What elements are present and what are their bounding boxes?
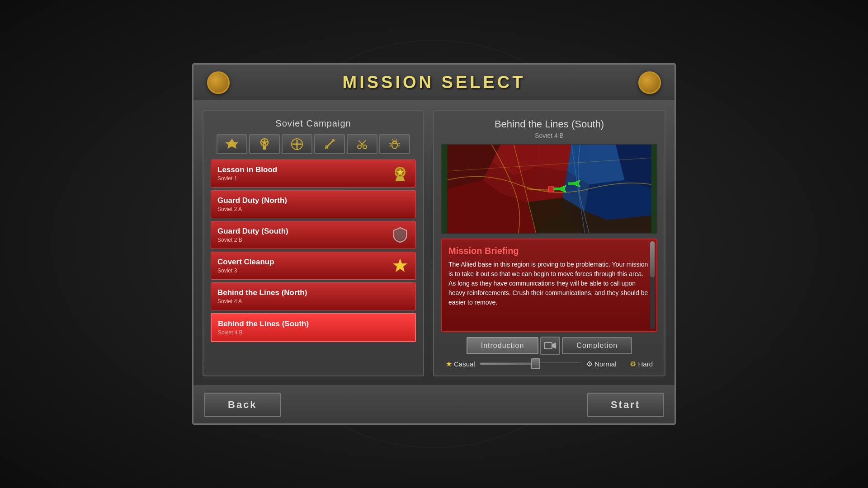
mission-name-soviet-4a: Behind the Lines (North) — [217, 288, 307, 297]
mission-badge-soviet-3 — [391, 257, 409, 275]
mission-item-soviet-3[interactable]: Covert Cleanup Soviet 3 — [211, 252, 416, 280]
video-camera-icon[interactable] — [540, 337, 560, 355]
main-panel: MISSION SELECT Soviet Campaign — [192, 63, 676, 425]
svg-rect-47 — [544, 343, 552, 349]
mission-name-soviet-1: Lesson in Blood — [217, 165, 277, 174]
mission-sub-soviet-2a: Soviet 2 A — [217, 206, 287, 212]
start-button[interactable]: Start — [587, 393, 664, 417]
mission-name-soviet-2a: Guard Duty (North) — [217, 196, 287, 205]
filter-cross-btn[interactable] — [282, 134, 312, 154]
svg-point-12 — [358, 145, 361, 149]
briefing-title: Mission Briefing — [448, 246, 650, 256]
introduction-button[interactable]: Introduction — [467, 337, 539, 354]
mission-list: Lesson in Blood Soviet 1 — [211, 160, 416, 368]
filter-bug-btn[interactable] — [379, 134, 410, 154]
hard-label: ⚙ Hard — [630, 360, 653, 368]
svg-marker-27 — [393, 258, 407, 272]
difficulty-slider[interactable] — [480, 359, 582, 368]
mission-badge-soviet-4b — [391, 319, 409, 337]
mission-sub-soviet-2b: Soviet 2 B — [217, 237, 288, 243]
right-panel: Behind the Lines (South) Soviet 4 B — [433, 110, 665, 376]
filter-row — [211, 134, 416, 154]
mission-sub-soviet-4b: Soviet 4 B — [218, 329, 309, 336]
mission-detail-title: Behind the Lines (South) — [441, 118, 657, 130]
svg-rect-42 — [548, 187, 554, 192]
svg-marker-36 — [585, 180, 651, 220]
mission-text-soviet-2a: Guard Duty (North) Soviet 2 A — [217, 196, 287, 212]
mission-text-soviet-3: Covert Cleanup Soviet 3 — [217, 258, 274, 274]
header: MISSION SELECT — [193, 65, 675, 101]
mission-item-soviet-1[interactable]: Lesson in Blood Soviet 1 — [211, 160, 416, 188]
mission-badge-soviet-2a — [391, 195, 409, 213]
mission-text-soviet-4b: Behind the Lines (South) Soviet 4 B — [218, 319, 309, 336]
svg-line-7 — [325, 140, 334, 149]
coin-right — [638, 71, 661, 94]
mission-sub-soviet-1: Soviet 1 — [217, 175, 277, 182]
svg-marker-48 — [552, 343, 556, 349]
mission-briefing-box: Mission Briefing The Allied base in this… — [441, 239, 657, 332]
completion-button[interactable]: Completion — [562, 337, 632, 354]
svg-rect-44 — [554, 188, 563, 190]
bottom-bar: Back Start — [193, 385, 675, 423]
difficulty-row: ★ Casual ⚙ Normal ⚙ — [441, 359, 657, 368]
mission-sub-soviet-4a: Soviet 4 A — [217, 298, 307, 305]
background: MISSION SELECT Soviet Campaign — [0, 0, 868, 488]
mission-text-soviet-2b: Guard Duty (South) Soviet 2 B — [217, 227, 288, 243]
mission-text-soviet-4a: Behind the Lines (North) Soviet 4 A — [217, 288, 307, 305]
mission-item-soviet-4a[interactable]: Behind the Lines (North) Soviet 4 A — [211, 282, 416, 310]
svg-rect-46 — [568, 182, 577, 185]
mission-name-soviet-3: Covert Cleanup — [217, 258, 274, 267]
svg-marker-0 — [226, 139, 238, 149]
mission-badge-soviet-1 — [391, 164, 409, 183]
mission-text-soviet-1: Lesson in Blood Soviet 1 — [217, 165, 277, 182]
briefing-scroll-thumb[interactable] — [650, 241, 655, 277]
mission-item-soviet-2a[interactable]: Guard Duty (North) Soviet 2 A — [211, 190, 416, 218]
svg-rect-3 — [263, 146, 266, 150]
mission-badge-soviet-2b — [391, 226, 409, 244]
mission-item-soviet-4b[interactable]: Behind the Lines (South) Soviet 4 B — [211, 313, 416, 342]
page-title: MISSION SELECT — [343, 73, 526, 92]
mission-name-soviet-4b: Behind the Lines (South) — [218, 319, 309, 328]
content-area: Soviet Campaign — [193, 101, 675, 385]
slider-track — [480, 362, 582, 365]
mission-badge-soviet-4a — [391, 287, 409, 305]
back-button[interactable]: Back — [204, 393, 281, 417]
video-buttons: Introduction Completion — [441, 337, 657, 355]
normal-icon: ⚙ — [586, 360, 593, 368]
coin-left — [207, 71, 230, 94]
mission-map — [441, 144, 657, 234]
hard-icon: ⚙ — [630, 360, 636, 368]
casual-label: ★ Casual — [446, 360, 475, 368]
filter-medal-btn[interactable] — [249, 134, 280, 154]
slider-fill — [480, 363, 536, 365]
filter-sword-btn[interactable] — [314, 134, 345, 154]
filter-all-btn[interactable] — [217, 134, 247, 154]
briefing-text: The Allied base in this region is provin… — [448, 260, 650, 307]
slider-thumb[interactable] — [531, 358, 540, 369]
normal-label: ⚙ Normal — [586, 360, 616, 368]
svg-line-22 — [392, 139, 393, 141]
svg-line-23 — [396, 139, 397, 141]
briefing-scrollbar[interactable] — [650, 241, 655, 329]
filter-scissors-btn[interactable] — [347, 134, 377, 154]
campaign-title: Soviet Campaign — [211, 118, 416, 129]
mission-detail-sub: Soviet 4 B — [441, 132, 657, 139]
mission-item-soviet-2b[interactable]: Guard Duty (South) Soviet 2 B — [211, 221, 416, 249]
mission-sub-soviet-3: Soviet 3 — [217, 267, 274, 274]
left-panel: Soviet Campaign — [203, 110, 424, 376]
svg-line-20 — [397, 143, 400, 144]
svg-point-13 — [363, 145, 367, 149]
mission-name-soviet-2b: Guard Duty (South) — [217, 227, 288, 236]
casual-icon: ★ — [446, 360, 452, 368]
svg-line-18 — [389, 143, 392, 144]
